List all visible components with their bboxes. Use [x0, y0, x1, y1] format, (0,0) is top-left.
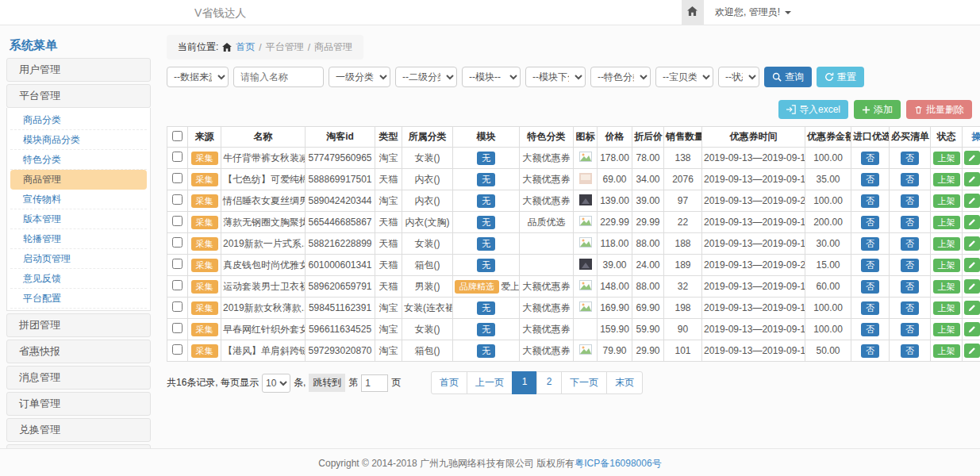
cell-type: 淘宝 [375, 148, 402, 169]
cell-coupon_time: 2019-09-13—2019-09-15 [702, 276, 805, 298]
filter-select-category-level2[interactable]: --二级分类-- [395, 67, 457, 87]
edit-button[interactable] [964, 258, 980, 272]
import-excel-button[interactable]: 导入excel [778, 100, 848, 119]
cell-type: 天猫 [375, 169, 402, 190]
must-buy-badge[interactable]: 否 [901, 259, 919, 272]
table-row: 采集早春网红针织外套女春...596611634525淘宝女装()无大额优惠券1… [167, 319, 980, 340]
sidebar-item-group-buy-management[interactable]: 拼团管理 [6, 313, 151, 337]
page-button-1[interactable]: 1 [512, 371, 537, 394]
filter-select-module[interactable]: --模块-- [462, 67, 521, 87]
row-checkbox[interactable] [172, 323, 183, 333]
import-select-badge[interactable]: 否 [861, 323, 879, 336]
search-button[interactable]: 查询 [764, 67, 812, 87]
module-value: 无 [477, 344, 495, 358]
page-button-2[interactable]: 2 [536, 371, 562, 394]
sidebar-subitem[interactable]: 平台配置 [10, 289, 147, 309]
must-buy-badge[interactable]: 否 [901, 323, 919, 336]
edit-button[interactable] [964, 301, 980, 315]
sidebar-subitem[interactable]: 模块商品分类 [10, 130, 147, 150]
page-button-上一页[interactable]: 上一页 [467, 371, 513, 394]
import-select-badge[interactable]: 否 [861, 259, 879, 272]
sidebar-subitem[interactable]: 商品管理 [10, 170, 147, 190]
must-buy-badge[interactable]: 否 [901, 173, 919, 186]
row-checkbox[interactable] [172, 259, 183, 269]
sidebar-item-saving-express[interactable]: 省惠快报 [6, 340, 151, 363]
sidebar-subitem[interactable]: 意见反馈 [10, 269, 147, 289]
page-button-下一页[interactable]: 下一页 [561, 371, 607, 394]
filter-select-feature[interactable]: --特色分类-- [590, 67, 651, 87]
jump-page-input[interactable] [361, 374, 388, 392]
sidebar-subitem[interactable]: 启动页管理 [10, 249, 147, 269]
filter-select-category-level1[interactable]: 一级分类 [329, 67, 390, 87]
must-buy-badge[interactable]: 否 [901, 301, 919, 315]
row-checkbox[interactable] [172, 194, 183, 205]
page-button-末页[interactable]: 末页 [606, 371, 643, 394]
edit-button[interactable] [964, 172, 980, 186]
import-select-badge[interactable]: 否 [861, 216, 879, 229]
row-checkbox[interactable] [172, 216, 183, 226]
page-button-首页[interactable]: 首页 [431, 371, 467, 394]
icp-link[interactable]: 粤ICP备16098006号 [575, 458, 661, 469]
edit-button[interactable] [964, 215, 980, 229]
filter-input-name[interactable] [233, 67, 324, 87]
filter-select-item-type[interactable]: --宝贝类型-- [655, 67, 713, 87]
row-checkbox[interactable] [172, 173, 183, 183]
breadcrumb-home-link[interactable]: 首页 [236, 40, 255, 54]
cell-coupon_time: 2019-09-13—2019-09-20 [702, 190, 805, 212]
must-buy-badge[interactable]: 否 [901, 344, 919, 358]
must-buy-badge[interactable]: 否 [901, 152, 919, 165]
sidebar-item-exchange-management[interactable]: 兑换管理 [6, 418, 151, 442]
must-buy-badge[interactable]: 否 [901, 237, 919, 251]
reset-button[interactable]: 重置 [817, 67, 864, 87]
cell-select [167, 190, 188, 212]
sidebar-subitem[interactable]: 轮播管理 [10, 229, 147, 249]
sidebar-subitem[interactable]: 版本管理 [10, 209, 147, 229]
must-buy-badge[interactable]: 否 [901, 216, 919, 229]
must-buy-badge[interactable]: 否 [901, 194, 919, 208]
batch-delete-button[interactable]: 批量删除 [906, 100, 972, 119]
add-button[interactable]: 添加 [854, 100, 901, 119]
user-menu[interactable]: 欢迎您, 管理员! [715, 6, 791, 19]
import-select-badge[interactable]: 否 [861, 194, 879, 208]
select-all-checkbox[interactable] [172, 131, 183, 141]
sidebar-subitem[interactable]: 商品分类 [10, 110, 147, 130]
cell-icon [574, 190, 598, 212]
sidebar-subitem[interactable]: 宣传物料 [10, 190, 147, 209]
import-select-badge[interactable]: 否 [861, 237, 879, 251]
sidebar-item-platform-management[interactable]: 平台管理 [6, 84, 151, 108]
import-select-badge[interactable]: 否 [861, 301, 879, 315]
cell-discount: 29.90 [632, 340, 664, 362]
filter-select-status[interactable]: --状态-- [718, 67, 759, 87]
edit-button[interactable] [964, 236, 980, 251]
filter-select-module-sub[interactable]: --模块下分类-- [525, 67, 586, 87]
edit-button[interactable] [964, 322, 980, 336]
row-checkbox[interactable] [172, 237, 183, 248]
edit-button[interactable] [964, 194, 980, 208]
table-row: 采集运动套装男士卫衣初秋...589620659791天猫男装()品牌精选爱上运… [167, 276, 980, 298]
sidebar-item-message-management[interactable]: 消息管理 [6, 366, 151, 390]
filter-select-data-source[interactable]: --数据来源-- [167, 67, 229, 87]
column-header-taoke_id: 淘客id [306, 127, 375, 148]
home-button[interactable] [682, 0, 704, 25]
cell-coupon_amount: 50.00 [805, 340, 851, 362]
column-header-category: 所属分类 [402, 127, 453, 148]
row-checkbox[interactable] [172, 280, 183, 290]
edit-button[interactable] [964, 279, 980, 294]
column-header-name: 名称 [221, 127, 306, 148]
sidebar-item-user-management[interactable]: 用户管理 [6, 58, 151, 82]
import-select-badge[interactable]: 否 [861, 152, 879, 165]
edit-button[interactable] [964, 151, 980, 165]
edit-button[interactable] [964, 344, 980, 358]
sidebar-item-order-management[interactable]: 订单管理 [6, 392, 151, 416]
must-buy-badge[interactable]: 否 [901, 280, 919, 294]
import-select-badge[interactable]: 否 [861, 173, 879, 186]
cell-actions [963, 233, 980, 255]
page-size-select[interactable]: 10 [262, 374, 290, 393]
import-select-badge[interactable]: 否 [861, 280, 879, 294]
import-select-badge[interactable]: 否 [861, 344, 879, 358]
row-checkbox[interactable] [172, 344, 183, 355]
sidebar-subitem[interactable]: 特色分类 [10, 150, 147, 170]
row-checkbox[interactable] [172, 301, 183, 312]
row-checkbox[interactable] [172, 152, 183, 162]
cell-source: 采集 [188, 276, 221, 298]
